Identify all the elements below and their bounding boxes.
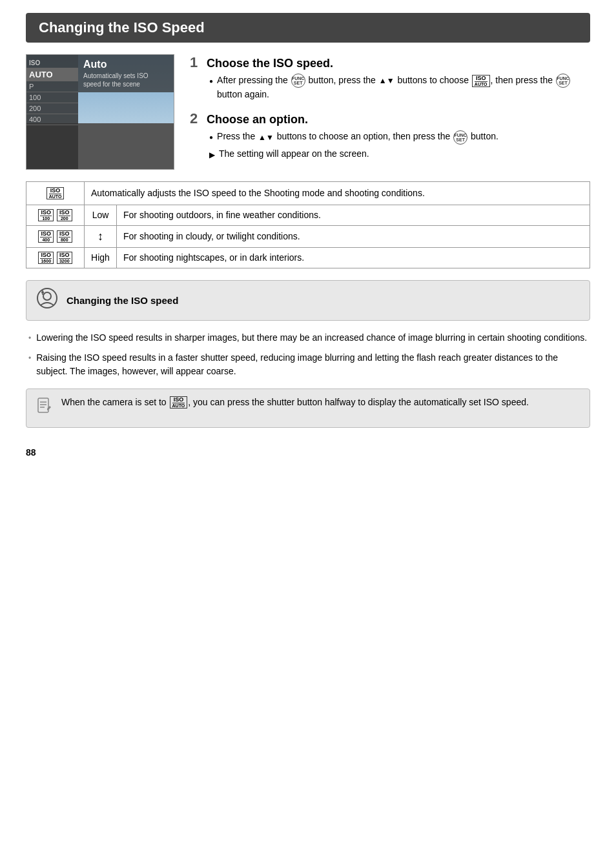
iso-pair-400-800: ISO400 ISO800 [37,230,72,243]
func-btn-3: FUNCSET [453,130,467,145]
top-section: ISO AUTO P 100 200 400 Auto Automaticall… [26,54,590,170]
step-1-header: 1 Choose the ISO speed. [190,54,590,71]
svg-point-2 [41,291,44,294]
table-cell-level-mid: ↕ [85,225,117,247]
table-cell-desc-auto: Automatically adjusts the ISO speed to t… [85,181,590,205]
table-row-high: ISO1600 ISO3200 High For shooting nights… [26,247,590,268]
bullet-dot-1: ● [209,76,213,86]
table-row-low: ISO100 ISO200 Low For shooting outdoors,… [26,205,590,225]
step-2-title: Choose an option. [207,113,308,126]
bullet-item-2: • Raising the ISO speed results in a fas… [28,351,588,378]
iso-3200-badge: ISO3200 [57,252,72,264]
bullet-dot-2: ● [209,132,213,142]
iso-pair-1600-3200: ISO1600 ISO3200 [37,252,72,264]
table-cell-desc-high: For shooting nightscapes, or in dark int… [117,247,590,268]
bullets-section: • Lowering the ISO speed results in shar… [26,331,590,378]
step-1-number: 1 [190,54,201,71]
menu-item-100: 100 [26,92,78,103]
step-2-header: 2 Choose an option. [190,110,590,127]
bullet-arrow-1: ▶ [209,149,215,161]
menu-item-200: 200 [26,103,78,114]
nav-arrows-1: ▲▼ [379,75,395,86]
menu-item-400: 400 [26,114,78,125]
page-title: Changing the ISO Speed [26,13,590,43]
step-1-body: ● After pressing the FUNCSET button, pre… [190,74,590,101]
menu-item-auto: AUTO [26,68,78,81]
table-row-mid: ISO400 ISO800 ↕ For shooting in cloudy, … [26,225,590,247]
tip-content: Changing the ISO speed [67,295,178,306]
note-text: When the camera is set to ISO AUTO , you… [61,396,529,409]
auto-desc: Automatically sets ISOspeed for the scen… [83,72,169,88]
camera-info-panel: Auto Automatically sets ISOspeed for the… [78,55,174,92]
tip-svg-icon [36,287,58,309]
table-cell-level-high: High [85,247,117,268]
tip-icon [36,287,59,314]
table-cell-icon-low: ISO100 ISO200 [26,205,85,225]
iso-auto-note-badge: ISO AUTO [170,396,188,409]
func-btn-1: FUNCSET [291,74,305,88]
table-cell-icon-auto: ISO AUTO [26,181,85,205]
iso-pair-100-200: ISO100 ISO200 [37,209,72,221]
iso-auto-badge: ISO AUTO [472,75,490,87]
step-1: 1 Choose the ISO speed. ● After pressing… [190,54,590,101]
note-box: When the camera is set to ISO AUTO , you… [26,389,590,428]
table-cell-icon-mid: ISO400 ISO800 [26,225,85,247]
step-2-bullet-1-text: Press the ▲▼ buttons to choose an option… [217,130,498,144]
page-number: 88 [26,447,590,458]
step-2-bullet-2: ▶ The setting will appear on the screen. [209,147,590,161]
bullet-item-1: • Lowering the ISO speed results in shar… [28,331,588,345]
circle-dot-2: • [28,352,31,378]
iso-800-badge: ISO800 [57,230,72,243]
menu-item-p: P [26,81,78,92]
table-row-auto: ISO AUTO Automatically adjusts the ISO s… [26,181,590,205]
func-btn-2: FUNCSET [556,74,570,88]
step-2: 2 Choose an option. ● Press the ▲▼ butto… [190,110,590,160]
menu-item-iso: ISO [26,57,78,68]
step-1-title: Choose the ISO speed. [207,57,333,70]
bullet-text-2: Raising the ISO speed results in a faste… [36,351,588,378]
note-icon [36,397,54,421]
auto-label: Auto [83,59,169,70]
step-2-number: 2 [190,110,201,127]
step-1-bullet-text: After pressing the FUNCSET button, press… [217,74,590,101]
iso-table: ISO AUTO Automatically adjusts the ISO s… [26,181,590,268]
camera-menu-overlay: ISO AUTO P 100 200 400 [26,55,78,169]
iso-100-badge: ISO100 [38,209,54,221]
bullet-text-1: Lowering the ISO speed results in sharpe… [36,331,587,345]
tip-box: Changing the ISO speed [26,280,590,321]
svg-point-0 [37,288,57,308]
svg-rect-5 [38,398,48,412]
table-cell-icon-high: ISO1600 ISO3200 [26,247,85,268]
circle-dot-1: • [28,332,31,345]
camera-screenshot: ISO AUTO P 100 200 400 Auto Automaticall… [26,54,174,170]
step-2-bullet-2-text: The setting will appear on the screen. [219,147,369,161]
iso-400-badge: ISO400 [38,230,54,243]
note-svg-icon [36,397,54,415]
table-cell-desc-mid: For shooting in cloudy, or twilight cond… [117,225,590,247]
step-2-bullet-1: ● Press the ▲▼ buttons to choose an opti… [209,130,590,144]
table-cell-level-low: Low [85,205,117,225]
step-2-body: ● Press the ▲▼ buttons to choose an opti… [190,130,590,160]
step-1-bullet-1: ● After pressing the FUNCSET button, pre… [209,74,590,101]
svg-point-1 [43,292,51,300]
table-cell-desc-low: For shooting outdoors, in fine weather c… [117,205,590,225]
iso-1600-badge: ISO1600 [38,252,54,264]
steps-section: 1 Choose the ISO speed. ● After pressing… [190,54,590,170]
nav-arrows-2: ▲▼ [258,132,274,143]
iso-auto-table-badge: ISO AUTO [46,187,65,199]
tip-title: Changing the ISO speed [67,295,178,306]
iso-200-badge: ISO200 [57,209,72,221]
